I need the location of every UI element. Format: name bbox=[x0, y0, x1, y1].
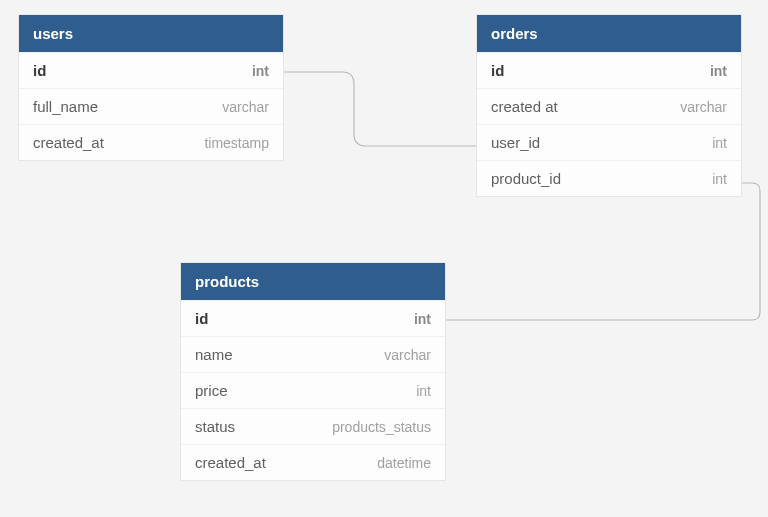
column-name: name bbox=[195, 346, 233, 363]
table-row: id int bbox=[181, 300, 445, 336]
column-type: int bbox=[712, 135, 727, 151]
table-row: status products_status bbox=[181, 408, 445, 444]
column-name: id bbox=[33, 62, 46, 79]
table-row: name varchar bbox=[181, 336, 445, 372]
table-row: id int bbox=[477, 52, 741, 88]
column-type: int bbox=[414, 311, 431, 327]
column-name: created at bbox=[491, 98, 558, 115]
column-name: created_at bbox=[33, 134, 104, 151]
column-type: varchar bbox=[222, 99, 269, 115]
table-products: products id int name varchar price int s… bbox=[180, 262, 446, 481]
column-name: status bbox=[195, 418, 235, 435]
table-row: price int bbox=[181, 372, 445, 408]
table-row: full_name varchar bbox=[19, 88, 283, 124]
table-row: created_at timestamp bbox=[19, 124, 283, 160]
table-row: created at varchar bbox=[477, 88, 741, 124]
column-name: user_id bbox=[491, 134, 540, 151]
column-type: products_status bbox=[332, 419, 431, 435]
column-name: id bbox=[195, 310, 208, 327]
column-type: int bbox=[416, 383, 431, 399]
table-orders-header: orders bbox=[477, 15, 741, 52]
table-products-header: products bbox=[181, 263, 445, 300]
column-name: price bbox=[195, 382, 228, 399]
column-name: product_id bbox=[491, 170, 561, 187]
column-type: int bbox=[710, 63, 727, 79]
column-type: datetime bbox=[377, 455, 431, 471]
column-type: varchar bbox=[680, 99, 727, 115]
connector-users-orders bbox=[284, 72, 476, 146]
table-orders: orders id int created at varchar user_id… bbox=[476, 14, 742, 197]
column-type: timestamp bbox=[204, 135, 269, 151]
column-type: int bbox=[712, 171, 727, 187]
table-row: created_at datetime bbox=[181, 444, 445, 480]
table-users-header: users bbox=[19, 15, 283, 52]
connector-orders-products bbox=[446, 183, 760, 320]
table-row: product_id int bbox=[477, 160, 741, 196]
table-row: id int bbox=[19, 52, 283, 88]
column-name: full_name bbox=[33, 98, 98, 115]
table-row: user_id int bbox=[477, 124, 741, 160]
column-type: varchar bbox=[384, 347, 431, 363]
table-users: users id int full_name varchar created_a… bbox=[18, 14, 284, 161]
column-name: id bbox=[491, 62, 504, 79]
column-type: int bbox=[252, 63, 269, 79]
column-name: created_at bbox=[195, 454, 266, 471]
